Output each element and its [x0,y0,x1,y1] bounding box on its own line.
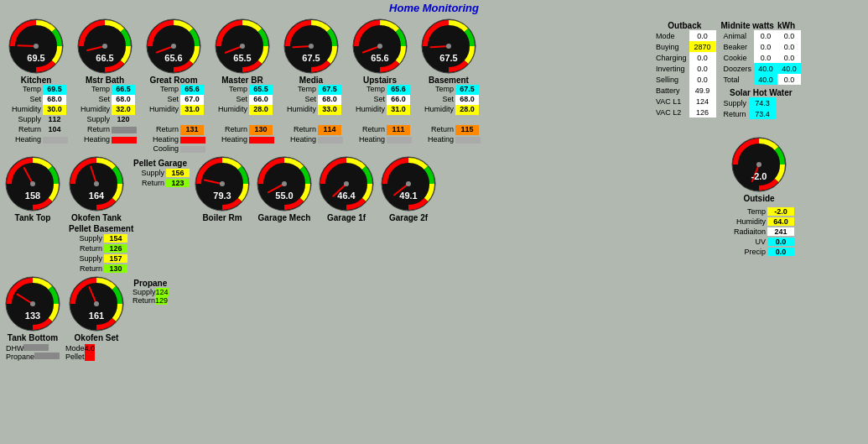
outside-section: -2.0 Outside Temp-2.0 Humidity64.0 Radia… [653,136,865,257]
svg-point-10 [171,44,176,49]
solar-return-val: 73.4 [749,108,776,119]
gauge-garage-1f: 46.4 Garage 1f [318,155,375,274]
outback-vac-l2-val: 126 [689,107,716,118]
gauge-garage-2f: 49.1 Garage 2f [380,155,437,274]
svg-text:49.1: 49.1 [399,191,417,201]
okofen-set-label: Okofen Set [75,333,119,342]
okofen-controls: Mode4.0 Pellet [65,344,95,361]
solar-return-label: Return [721,108,750,119]
svg-point-46 [344,181,349,186]
solar-title: Solar Hot Water [721,88,802,97]
gauge-mstr-bath: 66.5 Mstr Bath Temp66.5 Set68.0 Humidity… [73,18,137,154]
outback-selling-val: 0.0 [689,74,716,85]
solar-supply-val: 74.3 [749,97,776,108]
pellet-garage-title: Pellet Garage [131,159,190,168]
svg-point-30 [30,181,35,186]
outback-mode-val: 0.0 [689,30,716,41]
midnite-total-label: Total [721,74,755,85]
outback-selling-label: Selling [653,74,689,85]
outside-readings: Temp-2.0 Humidity64.0 Radiaiton241 UV0.0… [724,206,794,257]
outback-buying-val: 2870 [689,41,716,52]
midnite-doozers-kwh: 40.0 [777,63,801,74]
midnite-cookie-kwh: 0.0 [777,52,801,63]
svg-text:65.6: 65.6 [164,53,182,63]
kitchen-label: Kitchen [21,76,52,85]
midnite-total-watts: 40.0 [754,74,777,85]
midnite-doozers-watts: 40.0 [754,63,777,74]
svg-text:-2.0: -2.0 [751,171,767,181]
midnite-beaker-watts: 0.0 [754,41,777,52]
gauge-media: 67.5 Media Temp67.5 Set68.0 Humidity33.0… [279,18,343,154]
great-room-readings: Temp65.6 Set67.0 Humidity31.0 Return131 … [142,85,205,154]
midnite-doozers-label: Doozers [721,63,755,74]
svg-point-34 [94,181,99,186]
okofen-tank-label: Okofen Tank [71,213,122,222]
master-br-readings: Temp65.5 Set66.0 Humidity28.0 Return130 … [211,85,274,144]
svg-point-38 [220,181,225,186]
pellet-basement-title: Pellet Basement [69,224,133,233]
outback-vac-l1-label: VAC L1 [653,96,689,107]
garage-2f-label: Garage 2f [389,213,428,222]
pellet-basement-section: Pellet Basement Supply154 Return126 Supp… [69,224,133,274]
svg-text:158: 158 [25,191,40,201]
propane-title: Propane [133,279,169,288]
svg-text:67.5: 67.5 [302,53,320,63]
gauge-garage-mech: 55.0 Garage Mech [256,155,313,274]
svg-point-50 [406,181,411,186]
midnite-total-kwh: 0.0 [777,74,801,85]
great-room-label: Great Room [149,76,197,85]
upstairs-readings: Temp65.6 Set66.0 Humidity31.0 Return111 … [348,85,412,144]
garage-1f-label: Garage 1f [327,213,366,222]
svg-text:65.5: 65.5 [233,53,251,63]
outback-battery-val: 49.9 [689,85,716,96]
solar-supply-label: Supply [721,97,750,108]
svg-point-14 [240,44,245,49]
svg-text:164: 164 [89,191,105,201]
dhw-propane: DHW Propane [6,344,60,361]
outback-battery-label: Battery [653,85,689,96]
basement-label: Basement [429,76,469,85]
outback-midnite: Outback Mode0.0 Buying2870 Charging0.0 I… [653,21,865,119]
midnite-beaker-label: Beaker [721,41,755,52]
svg-point-18 [309,44,314,49]
svg-text:69.5: 69.5 [27,53,44,63]
media-label: Media [299,76,323,85]
garage-mech-label: Garage Mech [258,213,311,222]
svg-text:161: 161 [89,311,104,321]
basement-readings: Temp67.5 Set68.0 Humidity28.0 Return115 … [417,85,481,144]
mstr-bath-label: Mstr Bath [86,76,124,85]
svg-point-2 [34,44,39,49]
svg-text:65.6: 65.6 [371,53,388,63]
propane-section: Propane Supply124 Return129 [133,279,169,361]
svg-point-22 [377,44,382,49]
gauge-basement: 67.5 Basement Temp67.5 Set68.0 Humidity2… [417,18,481,154]
right-panel: Outback Mode0.0 Buying2870 Charging0.0 I… [650,16,868,361]
svg-text:55.0: 55.0 [275,191,293,201]
midnite-cookie-watts: 0.0 [754,52,777,63]
solar-hot-water: Solar Hot Water Supply 74.3 Return 73.4 [721,88,802,119]
svg-text:66.5: 66.5 [96,53,113,63]
gauge-okofen-set: 161 Okofen Set [68,275,125,342]
midnite-panel: Midnite watts kWh Animal 0.0 0.0 Beaker … [721,21,802,119]
gauge-kitchen: 69.5 Kitchen Temp69.5 Set68.0 Humidity30… [4,18,68,154]
outback-title: Outback [653,21,716,30]
outback-mode-label: Mode [653,30,689,41]
svg-point-26 [446,44,451,49]
gauge-tank-top: 158 Tank Top [4,155,61,274]
media-readings: Temp67.5 Set68.0 Humidity33.0 Return114 … [279,85,343,144]
boiler-rm-label: Boiler Rm [202,213,242,222]
outback-buying-label: Buying [653,41,689,52]
gauge-tank-bottom: 133 Tank Bottom DHW Propane [4,275,61,361]
row3-gauges: 133 Tank Bottom DHW Propane [0,274,650,361]
midnite-animal-watts: 0.0 [754,30,777,41]
tank-bottom-label: Tank Bottom [8,333,58,342]
outback-vac-l2-label: VAC L2 [653,107,689,118]
outside-label: Outside [743,194,774,203]
outback-panel: Outback Mode0.0 Buying2870 Charging0.0 I… [653,21,716,119]
gauge-upstairs: 65.6 Upstairs Temp65.6 Set66.0 Humidity3… [348,18,412,154]
svg-text:46.4: 46.4 [337,191,356,201]
svg-text:133: 133 [25,311,40,321]
master-br-label: Master BR [221,76,262,85]
svg-point-42 [282,181,287,186]
svg-text:79.3: 79.3 [213,191,231,201]
